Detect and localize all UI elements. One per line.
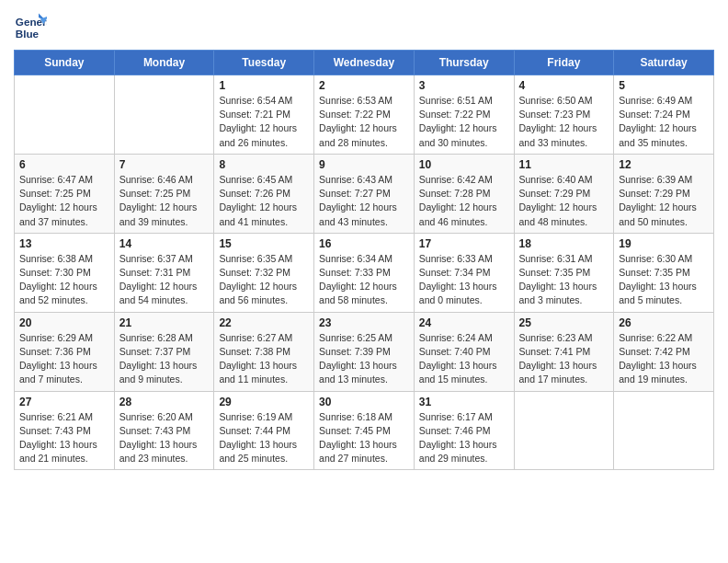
cell-content: Sunrise: 6:49 AM Sunset: 7:24 PM Dayligh… [619, 94, 709, 150]
cell-content: Sunrise: 6:31 AM Sunset: 7:35 PM Dayligh… [519, 252, 609, 308]
day-number: 10 [419, 158, 509, 171]
cell-content: Sunrise: 6:25 AM Sunset: 7:39 PM Dayligh… [319, 331, 409, 387]
calendar-cell: 27Sunrise: 6:21 AM Sunset: 7:43 PM Dayli… [15, 391, 115, 470]
calendar-cell: 17Sunrise: 6:33 AM Sunset: 7:34 PM Dayli… [414, 233, 514, 312]
day-header-saturday: Saturday [614, 51, 714, 75]
cell-content: Sunrise: 6:43 AM Sunset: 7:27 PM Dayligh… [319, 173, 409, 229]
calendar-cell [614, 391, 714, 470]
calendar-cell: 1Sunrise: 6:54 AM Sunset: 7:21 PM Daylig… [214, 75, 314, 155]
day-number: 22 [219, 316, 309, 329]
calendar-week-2: 6Sunrise: 6:47 AM Sunset: 7:25 PM Daylig… [15, 154, 714, 233]
day-number: 5 [619, 79, 709, 92]
calendar-cell: 26Sunrise: 6:22 AM Sunset: 7:42 PM Dayli… [614, 312, 714, 391]
calendar-cell: 11Sunrise: 6:40 AM Sunset: 7:29 PM Dayli… [514, 154, 614, 233]
calendar-table: SundayMondayTuesdayWednesdayThursdayFrid… [14, 50, 714, 470]
day-number: 18 [519, 237, 609, 250]
cell-content: Sunrise: 6:18 AM Sunset: 7:45 PM Dayligh… [319, 410, 409, 466]
day-number: 14 [119, 237, 210, 250]
calendar-cell: 14Sunrise: 6:37 AM Sunset: 7:31 PM Dayli… [114, 233, 214, 312]
calendar-cell: 7Sunrise: 6:46 AM Sunset: 7:25 PM Daylig… [114, 154, 214, 233]
day-number: 21 [119, 316, 210, 329]
cell-content: Sunrise: 6:23 AM Sunset: 7:41 PM Dayligh… [519, 331, 609, 387]
cell-content: Sunrise: 6:33 AM Sunset: 7:34 PM Dayligh… [419, 252, 509, 308]
day-number: 17 [419, 237, 509, 250]
calendar-cell: 9Sunrise: 6:43 AM Sunset: 7:27 PM Daylig… [314, 154, 415, 233]
day-number: 2 [319, 79, 409, 92]
calendar-cell: 6Sunrise: 6:47 AM Sunset: 7:25 PM Daylig… [15, 154, 115, 233]
cell-content: Sunrise: 6:24 AM Sunset: 7:40 PM Dayligh… [419, 331, 509, 387]
cell-content: Sunrise: 6:37 AM Sunset: 7:31 PM Dayligh… [119, 252, 210, 308]
cell-content: Sunrise: 6:30 AM Sunset: 7:35 PM Dayligh… [619, 252, 709, 308]
cell-content: Sunrise: 6:47 AM Sunset: 7:25 PM Dayligh… [19, 173, 109, 229]
day-number: 1 [219, 79, 309, 92]
calendar-cell: 20Sunrise: 6:29 AM Sunset: 7:36 PM Dayli… [15, 312, 115, 391]
day-number: 9 [319, 158, 409, 171]
cell-content: Sunrise: 6:34 AM Sunset: 7:33 PM Dayligh… [319, 252, 409, 308]
calendar-week-5: 27Sunrise: 6:21 AM Sunset: 7:43 PM Dayli… [15, 391, 714, 470]
cell-content: Sunrise: 6:22 AM Sunset: 7:42 PM Dayligh… [619, 331, 709, 387]
cell-content: Sunrise: 6:27 AM Sunset: 7:38 PM Dayligh… [219, 331, 309, 387]
day-number: 26 [619, 316, 709, 329]
cell-content: Sunrise: 6:51 AM Sunset: 7:22 PM Dayligh… [419, 94, 509, 150]
calendar-cell: 8Sunrise: 6:45 AM Sunset: 7:26 PM Daylig… [214, 154, 314, 233]
calendar-cell: 19Sunrise: 6:30 AM Sunset: 7:35 PM Dayli… [614, 233, 714, 312]
cell-content: Sunrise: 6:38 AM Sunset: 7:30 PM Dayligh… [19, 252, 109, 308]
day-number: 20 [19, 316, 109, 329]
calendar-cell: 29Sunrise: 6:19 AM Sunset: 7:44 PM Dayli… [214, 391, 314, 470]
calendar-cell: 16Sunrise: 6:34 AM Sunset: 7:33 PM Dayli… [314, 233, 415, 312]
day-number: 7 [119, 158, 210, 171]
calendar-cell: 13Sunrise: 6:38 AM Sunset: 7:30 PM Dayli… [15, 233, 115, 312]
calendar-cell: 18Sunrise: 6:31 AM Sunset: 7:35 PM Dayli… [514, 233, 614, 312]
day-number: 28 [119, 396, 210, 408]
cell-content: Sunrise: 6:35 AM Sunset: 7:32 PM Dayligh… [219, 252, 309, 308]
calendar-cell [15, 75, 115, 155]
day-header-wednesday: Wednesday [314, 51, 415, 75]
day-number: 3 [419, 79, 509, 92]
calendar-cell: 31Sunrise: 6:17 AM Sunset: 7:46 PM Dayli… [414, 391, 514, 470]
day-number: 15 [219, 237, 309, 250]
day-header-sunday: Sunday [15, 51, 115, 75]
calendar-week-3: 13Sunrise: 6:38 AM Sunset: 7:30 PM Dayli… [15, 233, 714, 312]
day-number: 30 [319, 396, 409, 408]
cell-content: Sunrise: 6:46 AM Sunset: 7:25 PM Dayligh… [119, 173, 210, 229]
day-number: 29 [219, 396, 309, 408]
day-number: 31 [419, 396, 509, 408]
logo-icon: General Blue [14, 9, 47, 42]
calendar-cell: 4Sunrise: 6:50 AM Sunset: 7:23 PM Daylig… [514, 75, 614, 155]
day-number: 19 [619, 237, 709, 250]
calendar-cell: 21Sunrise: 6:28 AM Sunset: 7:37 PM Dayli… [114, 312, 214, 391]
day-number: 11 [519, 158, 609, 171]
cell-content: Sunrise: 6:45 AM Sunset: 7:26 PM Dayligh… [219, 173, 309, 229]
day-number: 27 [19, 396, 109, 408]
day-number: 6 [19, 158, 109, 171]
calendar-cell: 28Sunrise: 6:20 AM Sunset: 7:43 PM Dayli… [114, 391, 214, 470]
day-header-monday: Monday [114, 51, 214, 75]
day-number: 16 [319, 237, 409, 250]
cell-content: Sunrise: 6:29 AM Sunset: 7:36 PM Dayligh… [19, 331, 109, 387]
calendar-week-4: 20Sunrise: 6:29 AM Sunset: 7:36 PM Dayli… [15, 312, 714, 391]
day-number: 25 [519, 316, 609, 329]
cell-content: Sunrise: 6:28 AM Sunset: 7:37 PM Dayligh… [119, 331, 210, 387]
cell-content: Sunrise: 6:39 AM Sunset: 7:29 PM Dayligh… [619, 173, 709, 229]
calendar-cell: 24Sunrise: 6:24 AM Sunset: 7:40 PM Dayli… [414, 312, 514, 391]
day-header-tuesday: Tuesday [214, 51, 314, 75]
calendar-cell: 5Sunrise: 6:49 AM Sunset: 7:24 PM Daylig… [614, 75, 714, 155]
cell-content: Sunrise: 6:20 AM Sunset: 7:43 PM Dayligh… [119, 410, 210, 466]
calendar-cell: 23Sunrise: 6:25 AM Sunset: 7:39 PM Dayli… [314, 312, 415, 391]
cell-content: Sunrise: 6:42 AM Sunset: 7:28 PM Dayligh… [419, 173, 509, 229]
calendar-cell: 12Sunrise: 6:39 AM Sunset: 7:29 PM Dayli… [614, 154, 714, 233]
calendar-cell: 25Sunrise: 6:23 AM Sunset: 7:41 PM Dayli… [514, 312, 614, 391]
calendar-cell [514, 391, 614, 470]
calendar-week-1: 1Sunrise: 6:54 AM Sunset: 7:21 PM Daylig… [15, 75, 714, 155]
day-number: 24 [419, 316, 509, 329]
cell-content: Sunrise: 6:21 AM Sunset: 7:43 PM Dayligh… [19, 410, 109, 466]
calendar-cell [114, 75, 214, 155]
cell-content: Sunrise: 6:40 AM Sunset: 7:29 PM Dayligh… [519, 173, 609, 229]
day-number: 23 [319, 316, 409, 329]
svg-text:Blue: Blue [16, 28, 40, 40]
calendar-cell: 30Sunrise: 6:18 AM Sunset: 7:45 PM Dayli… [314, 391, 415, 470]
calendar-cell: 22Sunrise: 6:27 AM Sunset: 7:38 PM Dayli… [214, 312, 314, 391]
day-number: 13 [19, 237, 109, 250]
logo: General Blue [14, 9, 51, 42]
calendar-cell: 2Sunrise: 6:53 AM Sunset: 7:22 PM Daylig… [314, 75, 415, 155]
